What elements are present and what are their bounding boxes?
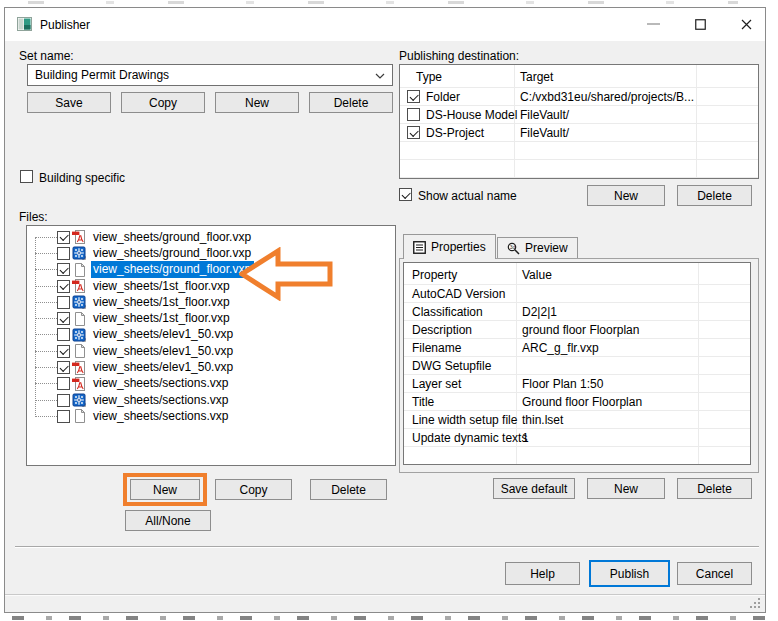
- file-row[interactable]: view_sheets/sections.vxp: [27, 392, 395, 408]
- property-value[interactable]: Ground floor Floorplan: [522, 395, 642, 409]
- file-checkbox[interactable]: [57, 231, 70, 244]
- file-checkbox[interactable]: [57, 410, 70, 423]
- type-column-header: Type: [416, 70, 442, 84]
- file-row[interactable]: view_sheets/1st_floor.vxp: [27, 310, 395, 326]
- resize-grip[interactable]: [749, 597, 761, 609]
- file-checkbox[interactable]: [57, 377, 70, 390]
- property-name: Classification: [412, 305, 483, 319]
- file-name[interactable]: view_sheets/ground_floor.vxp: [91, 245, 254, 262]
- file-checkbox[interactable]: [57, 394, 70, 407]
- property-row[interactable]: Title Ground floor Floorplan: [404, 393, 750, 411]
- close-button[interactable]: [735, 15, 757, 33]
- file-name[interactable]: view_sheets/sections.vxp: [91, 392, 231, 409]
- property-row[interactable]: Filename ARC_g_flr.vxp: [404, 339, 750, 357]
- file-row-selected[interactable]: view_sheets/ground_floor.vxp: [27, 262, 395, 278]
- window-title: Publisher: [40, 18, 90, 32]
- tree-branch-line: [35, 237, 57, 238]
- destination-row[interactable]: Folder C:/vxbd31eu/shared/projects/B...: [400, 88, 758, 106]
- file-name[interactable]: view_sheets/1st_floor.vxp: [91, 310, 233, 327]
- property-row[interactable]: AutoCAD Version: [404, 285, 750, 303]
- publish-button[interactable]: Publish: [589, 560, 670, 587]
- file-name[interactable]: view_sheets/ground_floor.vxp: [91, 261, 254, 278]
- file-row[interactable]: view_sheets/elev1_50.vxp: [27, 359, 395, 375]
- property-value[interactable]: thin.lset: [522, 413, 563, 427]
- property-row-empty: [404, 447, 750, 465]
- tree-branch-line: [35, 351, 57, 352]
- file-name[interactable]: view_sheets/sections.vxp: [91, 375, 231, 392]
- delete-property-button[interactable]: Delete: [677, 478, 752, 499]
- help-button[interactable]: Help: [505, 562, 580, 585]
- new-set-button[interactable]: New: [215, 92, 299, 113]
- file-row[interactable]: view_sheets/ground_floor.vxp: [27, 229, 395, 245]
- all-none-button[interactable]: All/None: [125, 510, 211, 531]
- file-name[interactable]: view_sheets/1st_floor.vxp: [91, 278, 233, 295]
- new-destination-button[interactable]: New: [587, 185, 665, 206]
- pdf-file-icon: [71, 376, 88, 392]
- new-property-button[interactable]: New: [587, 478, 665, 499]
- properties-table[interactable]: Property Value AutoCAD Version Classific…: [403, 262, 751, 465]
- property-value[interactable]: ground floor Floorplan: [522, 323, 639, 337]
- copy-set-button[interactable]: Copy: [121, 92, 205, 113]
- tree-branch-line: [35, 416, 57, 417]
- property-row[interactable]: DWG Setupfile: [404, 357, 750, 375]
- file-row[interactable]: view_sheets/sections.vxp: [27, 376, 395, 392]
- file-checkbox[interactable]: [57, 345, 70, 358]
- tab-properties[interactable]: Properties: [403, 234, 496, 259]
- destination-type: DS-House Model: [426, 108, 517, 122]
- copy-file-button[interactable]: Copy: [215, 479, 292, 500]
- property-row[interactable]: Description ground floor Floorplan: [404, 321, 750, 339]
- property-value[interactable]: 1: [522, 431, 529, 445]
- file-checkbox[interactable]: [57, 247, 70, 260]
- minimize-button[interactable]: [642, 15, 664, 33]
- delete-destination-button[interactable]: Delete: [677, 185, 752, 206]
- delete-set-button[interactable]: Delete: [309, 92, 393, 113]
- file-name[interactable]: view_sheets/elev1_50.vxp: [91, 343, 236, 360]
- file-row[interactable]: view_sheets/1st_floor.vxp: [27, 294, 395, 310]
- delete-file-button[interactable]: Delete: [310, 479, 387, 500]
- file-row[interactable]: view_sheets/ground_floor.vxp: [27, 245, 395, 261]
- file-checkbox[interactable]: [57, 361, 70, 374]
- destination-checkbox[interactable]: [407, 126, 420, 139]
- background-artifact: [12, 616, 766, 620]
- property-value[interactable]: D2|2|1: [522, 305, 557, 319]
- destination-row[interactable]: DS-House Model FileVault/: [400, 106, 758, 124]
- background-artifact: [28, 1, 738, 4]
- destination-row[interactable]: DS-Project FileVault/: [400, 124, 758, 142]
- property-value[interactable]: ARC_g_flr.vxp: [522, 341, 599, 355]
- maximize-button[interactable]: [689, 15, 711, 33]
- property-name: Update dynamic texts: [412, 431, 527, 445]
- file-name[interactable]: view_sheets/elev1_50.vxp: [91, 359, 236, 376]
- destination-table[interactable]: Type Target Folder C:/vxbd31eu/shared/pr…: [399, 64, 759, 179]
- show-actual-name-checkbox[interactable]: [399, 188, 412, 201]
- file-name[interactable]: view_sheets/elev1_50.vxp: [91, 326, 236, 343]
- cancel-button[interactable]: Cancel: [677, 562, 752, 585]
- set-name-combobox[interactable]: Building Permit Drawings: [27, 64, 393, 86]
- files-list[interactable]: view_sheets/ground_floor.vxp view_sheets…: [26, 225, 396, 466]
- file-row[interactable]: view_sheets/sections.vxp: [27, 408, 395, 424]
- file-checkbox[interactable]: [57, 296, 70, 309]
- property-row[interactable]: Classification D2|2|1: [404, 303, 750, 321]
- property-row[interactable]: Line width setup file thin.lset: [404, 411, 750, 429]
- save-set-button[interactable]: Save: [27, 92, 111, 113]
- file-checkbox[interactable]: [57, 280, 70, 293]
- building-specific-checkbox[interactable]: [20, 170, 33, 183]
- properties-tab-page: Property Value AutoCAD Version Classific…: [399, 258, 759, 473]
- destination-checkbox[interactable]: [407, 90, 420, 103]
- property-row[interactable]: Update dynamic texts 1: [404, 429, 750, 447]
- destination-row-empty: [400, 160, 758, 178]
- file-name[interactable]: view_sheets/1st_floor.vxp: [91, 294, 233, 311]
- destination-checkbox[interactable]: [407, 108, 420, 121]
- file-name[interactable]: view_sheets/ground_floor.vxp: [91, 229, 254, 246]
- file-name[interactable]: view_sheets/sections.vxp: [91, 408, 231, 425]
- file-checkbox[interactable]: [57, 328, 70, 341]
- tab-preview[interactable]: 3d Preview: [497, 237, 578, 258]
- file-checkbox[interactable]: [57, 312, 70, 325]
- new-file-button[interactable]: New: [130, 479, 200, 500]
- file-row[interactable]: view_sheets/elev1_50.vxp: [27, 327, 395, 343]
- save-default-button[interactable]: Save default: [493, 478, 575, 499]
- property-value[interactable]: Floor Plan 1:50: [522, 377, 603, 391]
- file-row[interactable]: view_sheets/1st_floor.vxp: [27, 278, 395, 294]
- property-row[interactable]: Layer set Floor Plan 1:50: [404, 375, 750, 393]
- file-checkbox[interactable]: [57, 263, 70, 276]
- file-row[interactable]: view_sheets/elev1_50.vxp: [27, 343, 395, 359]
